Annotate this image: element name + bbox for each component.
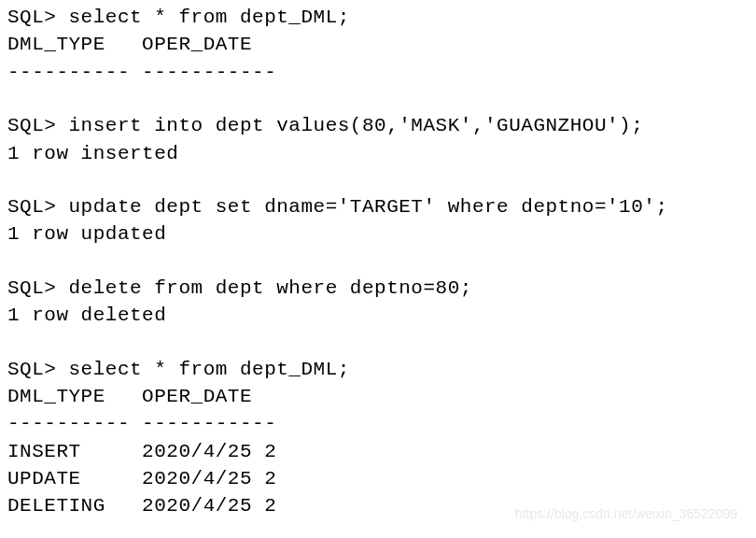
update-result: 1 row updated (7, 220, 749, 248)
blank-line (7, 86, 749, 112)
delete-result: 1 row deleted (7, 302, 749, 329)
insert-result: 1 row inserted (7, 140, 749, 167)
table-row: UPDATE 2020/4/25 2 (7, 465, 749, 492)
blank-line (7, 330, 749, 356)
blank-line (7, 248, 749, 275)
sql-prompt-line: SQL> select * from dept_DML; (7, 4, 749, 31)
sql-insert-line: SQL> insert into dept values(80,'MASK','… (7, 112, 749, 139)
sql-select-line: SQL> select * from dept_DML; (7, 356, 749, 383)
table-row: INSERT 2020/4/25 2 (7, 438, 749, 465)
sql-update-line: SQL> update dept set dname='TARGET' wher… (7, 193, 749, 220)
column-header: DML_TYPE OPER_DATE (7, 31, 749, 58)
watermark: https://blog.csdn.net/weixin_36522099 (515, 506, 737, 521)
column-header: DML_TYPE OPER_DATE (7, 383, 749, 410)
column-separator: ---------- ----------- (7, 410, 749, 437)
sql-delete-line: SQL> delete from dept where deptno=80; (7, 275, 749, 302)
column-separator: ---------- ----------- (7, 59, 749, 86)
blank-line (7, 167, 749, 193)
